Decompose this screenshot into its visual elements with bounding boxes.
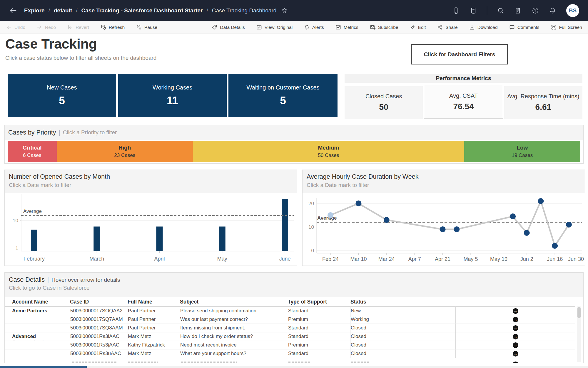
toolbar-subscribe-button[interactable]: Subscribe	[370, 24, 398, 30]
search-icon[interactable]	[497, 7, 505, 14]
toolbar-metrics-button[interactable]: Metrics	[335, 24, 358, 30]
toolbar-data-details-button[interactable]: Data Details	[211, 24, 245, 30]
point-mar-24[interactable]	[384, 217, 390, 223]
table-vertical-scrollbar[interactable]	[577, 306, 581, 362]
point-jun-16[interactable]	[552, 243, 558, 249]
toolbar-label: Alerts	[312, 25, 324, 30]
toolbar-full-screen-button[interactable]: Full Screen	[551, 24, 582, 30]
metric-tile-avg-csat[interactable]: Avg. CSAT 76.54	[424, 85, 503, 119]
favorites-icon[interactable]	[514, 7, 522, 14]
opened-cases-bar-chart[interactable]: 110FebruaryMarchAprilMayJuneAverage	[5, 193, 297, 266]
point-mar-10[interactable]	[355, 200, 361, 206]
table-row[interactable]: 5003i0000017SQ7AAMPaul PartnerWas our la…	[5, 315, 575, 324]
refresh-icon	[100, 24, 106, 30]
column-header-account-name[interactable]: Account Name	[5, 298, 70, 306]
priority-name: Medium	[318, 145, 339, 151]
favorite-star-icon[interactable]	[281, 7, 288, 14]
mobile-icon[interactable]	[452, 7, 460, 14]
vertical-scrollbar-thumb[interactable]	[577, 307, 581, 318]
point-feb-24[interactable]	[328, 212, 333, 218]
bar-may[interactable]	[219, 226, 225, 251]
table-row[interactable]: 5003i000001Rs3jAACKathy FitzpatrickNeed …	[5, 341, 575, 349]
notifications-icon[interactable]	[549, 7, 557, 14]
point-may-26[interactable]	[510, 213, 516, 219]
metric-tile-closed-cases[interactable]: Closed Cases 50	[345, 86, 423, 119]
user-avatar[interactable]: BS	[566, 4, 579, 17]
clipped-row-text	[128, 362, 158, 363]
help-icon[interactable]	[532, 7, 539, 14]
table-row[interactable]: Advanced Communications5003i000001Rs3iAA…	[5, 332, 575, 341]
breadcrumb-item-case-tracking-dashboard[interactable]: Case Tracking Dashboard	[212, 7, 277, 14]
top-nav-bar: Explore/default/Case Tracking - Salesfor…	[0, 0, 588, 21]
point-jun-2[interactable]	[524, 230, 530, 236]
go-to-case-arrow-icon[interactable]: →	[513, 351, 518, 357]
point-jun-9[interactable]	[538, 198, 544, 204]
toolbar-label: Comments	[517, 25, 539, 30]
go-to-case-arrow-icon[interactable]: →	[513, 325, 518, 331]
column-header-type-of-support[interactable]: Type of Support	[288, 298, 350, 306]
breadcrumb-item-explore[interactable]: Explore	[24, 7, 45, 14]
case-duration-line-chart[interactable]: 01020Feb 24Mar 10Mar 24Apr 7Apr 21May 5M…	[303, 193, 585, 266]
bar-march[interactable]	[93, 226, 100, 251]
data-details-icon	[211, 24, 218, 30]
priority-title: Cases by Priority	[8, 129, 56, 136]
bar-june[interactable]	[282, 199, 288, 251]
arrow-cell: →	[455, 315, 575, 324]
priority-segment-high[interactable]: High 23 Cases	[57, 141, 193, 162]
toolbar-pause-button[interactable]: Pause	[136, 24, 157, 30]
breadcrumb-item-case-tracking-salesforce-dashboard-starter[interactable]: Case Tracking - Salesforce Dashboard Sta…	[81, 7, 203, 14]
go-to-case-arrow-icon[interactable]: →	[513, 317, 518, 322]
table-row[interactable]: 5003i0000017SQ8AAMPaul PartnerItems miss…	[5, 324, 575, 332]
priority-segment-low[interactable]: Low 19 Cases	[464, 141, 580, 162]
priority-segment-medium[interactable]: Medium 50 Cases	[193, 141, 464, 162]
svg-text:Feb 24: Feb 24	[322, 256, 339, 262]
cell-case-id: 5003i0000017SQ7AAM	[70, 315, 128, 324]
priority-name: Low	[517, 145, 528, 151]
database-icon[interactable]	[470, 7, 477, 14]
priority-segment-critical[interactable]: Critical 6 Cases	[8, 141, 57, 162]
cell-subject: How do I check my order status?	[180, 332, 288, 341]
go-to-case-arrow-icon[interactable]: →	[513, 342, 518, 348]
column-header-case-id[interactable]: Case ID	[70, 298, 128, 306]
table-row[interactable]: Acme Partners5003i0000017SOQAA2Paul Part…	[5, 307, 575, 315]
toolbar-comments-button[interactable]: Comments	[509, 24, 539, 30]
toolbar-download-button[interactable]: Download	[469, 24, 498, 30]
svg-text:May: May	[217, 256, 227, 262]
status-tile-working-cases[interactable]: Working Cases 11	[118, 74, 227, 117]
status-tile-new-cases[interactable]: New Cases 5	[8, 74, 116, 117]
column-header-subject[interactable]: Subject	[180, 298, 288, 306]
table-row[interactable]: 5003i000001Rs3uAACMark MetzWhat are your…	[5, 349, 575, 358]
go-to-case-arrow-icon[interactable]: →	[513, 308, 518, 314]
case-details-header: Case Details | Hover over arrow for deta…	[5, 273, 583, 297]
toolbar-view-original-button[interactable]: View: Original	[256, 24, 293, 30]
status-tile-waiting-on-customer-cases[interactable]: Waiting on Customer Cases 5	[228, 74, 338, 117]
svg-text:10: 10	[13, 218, 18, 223]
table-row-partial[interactable]	[5, 358, 575, 363]
svg-text:February: February	[24, 256, 45, 262]
toolbar-label: Metrics	[344, 25, 358, 30]
line-chart-hint: Click a Date mark to filter	[307, 182, 585, 188]
horizontal-scrollbar-track[interactable]	[0, 366, 588, 368]
horizontal-scrollbar-thumb[interactable]	[0, 366, 87, 368]
point-apr-28[interactable]	[454, 226, 460, 232]
breadcrumb-item-default[interactable]: default	[54, 7, 72, 14]
cell-status: Closed	[350, 349, 455, 358]
toolbar-label: Refresh	[109, 25, 125, 30]
metric-tile-avg-response-time-mins[interactable]: Avg. Response Time (mins) 6.61	[504, 86, 582, 119]
bar-april[interactable]	[156, 226, 163, 251]
toolbar-share-button[interactable]: Share	[437, 24, 457, 30]
toolbar-edit-button[interactable]: Edit	[410, 24, 426, 30]
dashboard-filters-button[interactable]: Click for Dashboard Filters	[411, 44, 508, 64]
cell-subject: Was our last payment correct?	[180, 315, 288, 324]
point-apr-21[interactable]	[440, 226, 446, 232]
go-to-case-arrow-icon[interactable]: →	[513, 334, 518, 339]
bar-february[interactable]	[31, 230, 37, 251]
toolbar-refresh-button[interactable]: Refresh	[100, 24, 125, 30]
point-jun-23[interactable]	[566, 222, 572, 228]
priority-count: 23 Cases	[114, 152, 135, 158]
svg-text:April: April	[154, 256, 165, 262]
column-header-full-name[interactable]: Full Name	[128, 298, 180, 306]
column-header-status[interactable]: Status	[350, 298, 455, 306]
toolbar-alerts-button[interactable]: Alerts	[304, 24, 324, 30]
back-button[interactable]	[9, 6, 17, 15]
